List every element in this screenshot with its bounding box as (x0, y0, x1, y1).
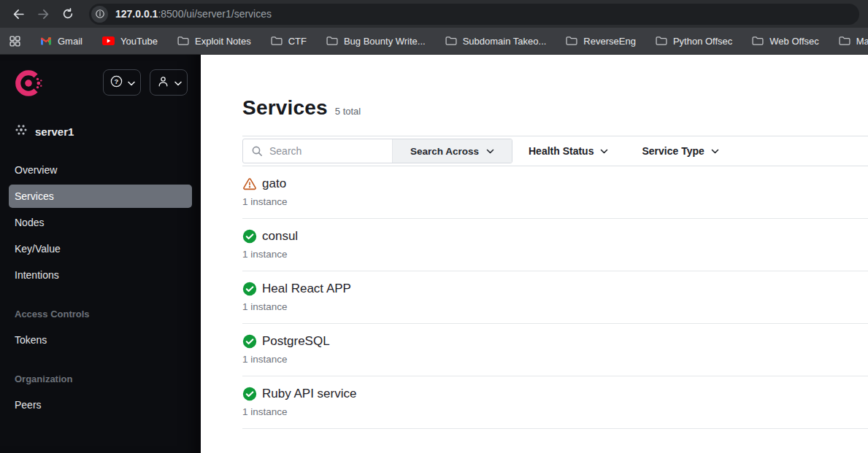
address-bar[interactable]: 127.0.0.1:8500/ui/server1/services (89, 4, 859, 25)
bookmark-item[interactable]: ReverseEng (566, 36, 636, 47)
datacenter-selector[interactable]: server1 (15, 123, 201, 139)
check-circle-icon (242, 229, 257, 244)
warning-icon (242, 177, 257, 191)
bookmark-label: Subdomain Takeo... (463, 36, 547, 47)
sidebar-item-tokens[interactable]: Tokens (9, 328, 192, 352)
bookmark-item[interactable]: YouTube (102, 36, 158, 47)
service-row-top: Heal React APP (242, 282, 868, 296)
bookmarks-list: Gmail YouTube (40, 36, 868, 47)
bookmark-item[interactable]: Exploit Notes (177, 36, 251, 47)
sidebar-nav-item[interactable]: Key/Value (9, 237, 192, 260)
service-row[interactable]: Ruby API service 1 instance (242, 376, 868, 429)
service-row-top: gato (242, 177, 868, 191)
service-name[interactable]: consul (262, 229, 298, 244)
consul-logo-icon[interactable] (15, 69, 42, 100)
help-icon: ? (110, 74, 123, 90)
service-row-top: consul (242, 229, 868, 244)
bookmark-item[interactable]: Python Offsec (656, 36, 732, 47)
filter-dropdowns: Health Status Service Type (512, 145, 719, 157)
folder-icon (752, 36, 764, 46)
folder-icon (326, 36, 338, 46)
bookmark-label: Malware Research (856, 36, 868, 47)
folder-icon (445, 36, 457, 46)
consul-app: ? (0, 55, 868, 453)
service-name[interactable]: PostgreSQL (262, 334, 330, 349)
service-instance-count: 1 instance (242, 301, 868, 312)
check-circle-icon (242, 282, 257, 296)
main-content: Services 5 total Search Across (201, 55, 868, 453)
sidebar-nav-item[interactable]: Intentions (9, 263, 192, 287)
gmail-icon (40, 36, 52, 46)
filter-dropdown-label: Health Status (529, 145, 594, 157)
bookmark-item[interactable]: Malware Research (839, 36, 868, 47)
bookmark-label: CTF (288, 36, 307, 47)
folder-icon (177, 36, 189, 46)
search-across-label: Search Across (410, 146, 479, 157)
sidebar-nav-label: Tokens (15, 334, 47, 346)
sidebar-nav-item[interactable]: Nodes (9, 211, 192, 234)
service-name[interactable]: Ruby API service (262, 387, 356, 401)
services-total-count: 5 total (335, 106, 361, 117)
chevron-down-icon (174, 77, 182, 88)
bookmarks-bar: Gmail YouTube (0, 28, 868, 55)
service-status-icon (242, 229, 257, 244)
service-row-top: Ruby API service (242, 387, 868, 401)
service-status-icon (242, 282, 257, 296)
browser-toolbar: 127.0.0.1:8500/ui/server1/services (0, 0, 868, 28)
filter-bar: Search Across Health Status Service Type (242, 136, 868, 166)
bookmark-label: Exploit Notes (195, 36, 251, 47)
bookmark-item[interactable]: Web Offsec (752, 36, 818, 47)
reload-icon[interactable] (58, 4, 77, 23)
filter-dropdown[interactable]: Health Status (529, 145, 608, 157)
search-icon (251, 145, 263, 157)
bookmark-label: YouTube (120, 36, 158, 47)
bookmark-item[interactable]: CTF (271, 36, 307, 47)
service-row[interactable]: consul 1 instance (242, 219, 868, 271)
search-across-button[interactable]: Search Across (392, 139, 512, 163)
sidebar-nav-item[interactable]: Services (9, 185, 192, 208)
service-row[interactable]: Heal React APP 1 instance (242, 271, 868, 324)
page-title: Services (242, 96, 328, 120)
section-title-access-controls: Access Controls (15, 309, 201, 320)
bookmark-label: ReverseEng (583, 36, 636, 47)
service-instance-count: 1 instance (242, 196, 868, 207)
apps-grid-icon[interactable] (9, 33, 21, 49)
bookmark-label: Web Offsec (769, 36, 818, 47)
services-list: gato 1 instance consul 1 ins (242, 166, 868, 429)
search-group: Search Across (242, 139, 512, 163)
service-row[interactable]: PostgreSQL 1 instance (242, 324, 868, 376)
check-circle-icon (242, 334, 257, 349)
service-row-top: PostgreSQL (242, 334, 868, 349)
site-info-icon[interactable] (91, 6, 108, 23)
service-name[interactable]: Heal React APP (262, 282, 351, 296)
service-instance-count: 1 instance (242, 249, 868, 260)
service-row[interactable]: gato 1 instance (242, 166, 868, 219)
bookmark-label: Gmail (58, 36, 82, 47)
filter-dropdown[interactable]: Service Type (642, 145, 718, 157)
help-menu-button[interactable]: ? (103, 69, 141, 96)
sidebar-nav-label: Key/Value (15, 243, 61, 255)
datacenter-name: server1 (35, 125, 74, 138)
chevron-down-icon (711, 149, 719, 154)
bookmark-item[interactable]: Bug Bounty Write... (326, 36, 426, 47)
service-instance-count: 1 instance (242, 406, 868, 417)
chevron-down-icon (486, 149, 494, 154)
back-icon[interactable] (9, 4, 28, 23)
url-path: :8500/ui/server1/services (158, 8, 272, 20)
sidebar-item-peers[interactable]: Peers (9, 393, 192, 417)
sidebar-nav-item[interactable]: Overview (9, 158, 192, 182)
url-host: 127.0.0.1 (115, 8, 158, 20)
user-icon (156, 74, 170, 90)
sidebar-nav-label: Overview (15, 164, 57, 176)
bookmark-item[interactable]: Gmail (40, 36, 82, 47)
folder-icon (656, 36, 667, 46)
search-box (243, 139, 392, 163)
user-menu-button[interactable] (150, 69, 188, 96)
bookmark-item[interactable]: Subdomain Takeo... (445, 36, 547, 47)
service-name[interactable]: gato (262, 177, 286, 191)
service-instance-count: 1 instance (242, 354, 868, 365)
page-header: Services 5 total (242, 96, 868, 120)
search-input[interactable] (243, 139, 392, 163)
forward-icon[interactable] (34, 4, 53, 23)
sidebar-top: ? (0, 55, 201, 100)
